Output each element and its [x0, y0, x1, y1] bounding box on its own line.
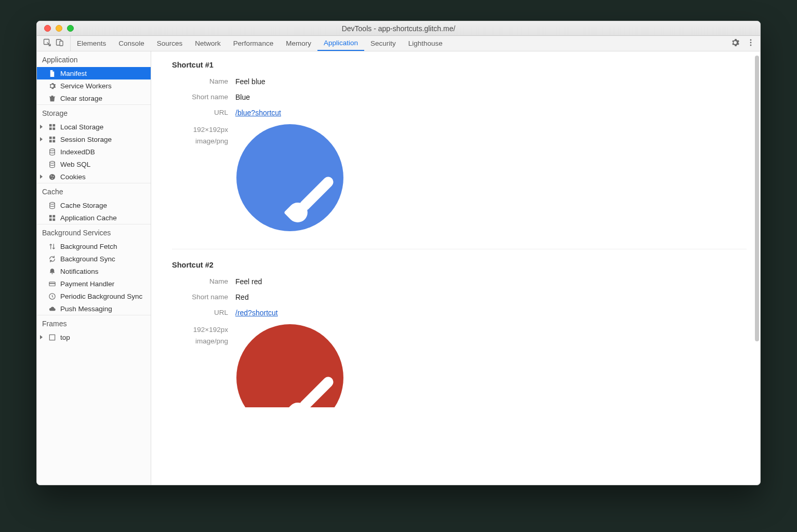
svg-rect-22 [52, 215, 55, 217]
sidebar-item-service-workers[interactable]: Service Workers [37, 79, 151, 92]
svg-point-16 [49, 174, 55, 179]
sidebar-item-push-messaging[interactable]: Push Messaging [37, 302, 151, 315]
sidebar-group-cache: Cache [37, 183, 151, 199]
brush-icon [297, 175, 336, 213]
svg-rect-12 [49, 140, 52, 142]
frame-icon [48, 334, 56, 341]
sidebar-item-label: top [60, 334, 70, 341]
sidebar-group-frames: Frames [37, 315, 151, 331]
sidebar-item-label: Clear storage [60, 95, 102, 102]
db-icon [48, 148, 56, 156]
clock-icon [48, 292, 56, 300]
sidebar-item-label: Manifest [60, 70, 87, 77]
sidebar-item-label: Notifications [60, 268, 99, 275]
field-label-shortname: Short name [172, 93, 235, 101]
zoom-window-button[interactable] [67, 25, 74, 32]
sidebar-item-periodic-background-sync[interactable]: Periodic Background Sync [37, 290, 151, 302]
sidebar-item-payment-handler[interactable]: Payment Handler [37, 277, 151, 290]
tab-console[interactable]: Console [112, 36, 151, 51]
tab-network[interactable]: Network [189, 36, 227, 51]
sidebar-item-session-storage[interactable]: Session Storage [37, 133, 151, 145]
icon-dimensions: 192×192px [172, 124, 228, 136]
shortcut-icon-preview [236, 124, 343, 231]
sidebar-item-indexeddb[interactable]: IndexedDB [37, 145, 151, 158]
sidebar-item-notifications[interactable]: Notifications [37, 265, 151, 277]
svg-rect-6 [49, 124, 52, 126]
tab-lighthouse[interactable]: Lighthouse [402, 36, 449, 51]
db-icon [48, 202, 56, 209]
manifest-panel: Shortcut #1 NameFeel blue Short nameBlue… [151, 51, 760, 485]
sidebar-item-manifest[interactable]: Manifest [37, 67, 151, 79]
sidebar-item-web-sql[interactable]: Web SQL [37, 158, 151, 170]
sidebar-item-background-fetch[interactable]: Background Fetch [37, 240, 151, 252]
tab-elements[interactable]: Elements [71, 36, 112, 51]
sidebar-item-top[interactable]: top [37, 331, 151, 343]
svg-point-19 [52, 178, 53, 179]
sidebar-item-label: Background Fetch [60, 243, 117, 250]
sidebar-item-label: Payment Handler [60, 280, 114, 288]
card-icon [48, 280, 56, 288]
tab-performance[interactable]: Performance [227, 36, 280, 51]
db-icon [48, 161, 56, 168]
svg-rect-21 [49, 215, 52, 217]
sidebar-item-local-storage[interactable]: Local Storage [37, 121, 151, 133]
expand-arrow-icon[interactable] [40, 125, 43, 129]
sidebar-item-cookies[interactable]: Cookies [37, 170, 151, 183]
tab-sources[interactable]: Sources [151, 36, 189, 51]
sidebar-item-label: Application Cache [60, 214, 117, 222]
shortcut-url-link[interactable]: /blue?shortcut [235, 109, 281, 117]
shortcut-heading: Shortcut #1 [172, 61, 747, 69]
kebab-menu-icon[interactable] [747, 38, 755, 48]
svg-rect-10 [49, 136, 52, 139]
grid-icon [48, 136, 56, 143]
tab-security[interactable]: Security [364, 36, 402, 51]
titlebar: DevTools - app-shortcuts.glitch.me/ [37, 21, 760, 36]
expand-arrow-icon[interactable] [40, 137, 43, 141]
shortcut-icon-preview [236, 324, 343, 407]
device-toolbar-icon[interactable] [56, 38, 64, 48]
expand-arrow-icon[interactable] [40, 175, 43, 179]
close-window-button[interactable] [44, 25, 51, 32]
inspect-element-icon[interactable] [43, 38, 51, 48]
field-label-url: URL [172, 309, 235, 316]
shortcut-section-1: Shortcut #1 NameFeel blue Short nameBlue… [172, 61, 747, 249]
settings-gear-icon[interactable] [731, 38, 739, 48]
brush-icon [297, 375, 336, 407]
svg-rect-11 [52, 136, 55, 139]
minimize-window-button[interactable] [56, 25, 62, 32]
field-label-url: URL [172, 109, 235, 116]
scrollbar[interactable] [755, 56, 759, 341]
shortcut-url-link[interactable]: /red?shortcut [235, 309, 278, 317]
sidebar-item-label: Cookies [60, 173, 86, 181]
svg-rect-2 [60, 41, 63, 46]
file-icon [48, 70, 56, 77]
traffic-lights [37, 25, 74, 32]
svg-point-20 [50, 202, 55, 204]
bell-icon [48, 268, 56, 275]
icon-mimetype: image/png [172, 136, 228, 147]
field-label-shortname: Short name [172, 293, 235, 301]
shortcut-shortname-value: Blue [235, 93, 250, 101]
grid-icon [48, 123, 56, 131]
sync-icon [48, 255, 56, 263]
sidebar-item-label: Session Storage [60, 136, 112, 143]
svg-point-15 [50, 161, 55, 163]
sidebar-item-cache-storage[interactable]: Cache Storage [37, 199, 151, 211]
tab-memory[interactable]: Memory [280, 36, 317, 51]
expand-arrow-icon[interactable] [40, 335, 43, 339]
svg-rect-8 [49, 127, 52, 130]
shortcut-shortname-value: Red [235, 293, 249, 301]
svg-point-4 [750, 42, 752, 44]
sidebar-item-label: Local Storage [60, 123, 103, 131]
svg-rect-7 [52, 124, 55, 126]
sidebar-item-background-sync[interactable]: Background Sync [37, 252, 151, 265]
shortcut-name-value: Feel blue [235, 77, 265, 86]
svg-point-5 [750, 45, 752, 46]
application-sidebar: ApplicationManifestService WorkersClear … [37, 51, 151, 485]
cloud-icon [48, 305, 56, 313]
sidebar-item-application-cache[interactable]: Application Cache [37, 211, 151, 224]
sidebar-item-clear-storage[interactable]: Clear storage [37, 92, 151, 104]
icon-mimetype: image/png [172, 336, 228, 347]
tab-application[interactable]: Application [317, 36, 364, 51]
trash-icon [48, 95, 56, 102]
